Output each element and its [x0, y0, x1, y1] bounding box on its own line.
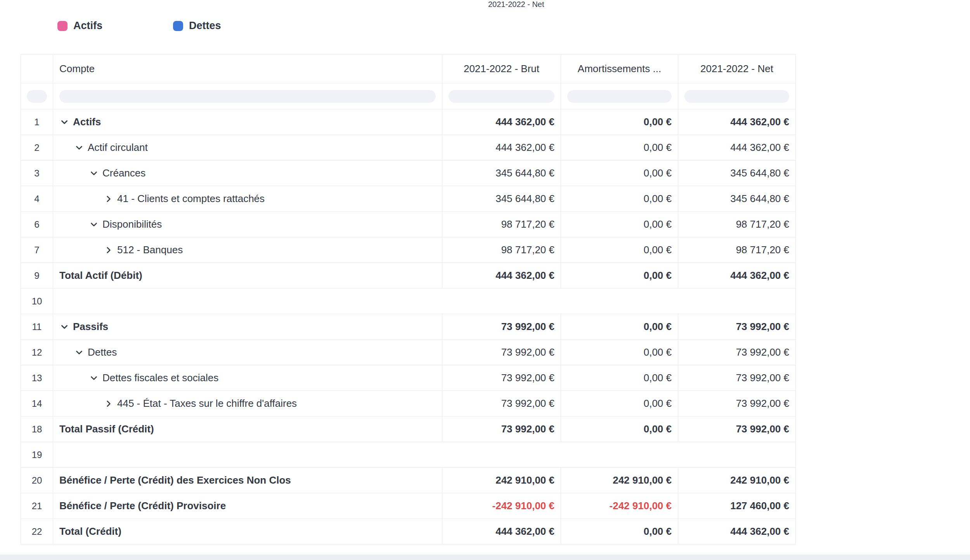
filter-row: [21, 83, 796, 109]
table-row-9[interactable]: 9Total Actif (Débit)444 362,00 €0,00 €44…: [21, 263, 796, 289]
row-number: 9: [21, 263, 53, 289]
legend-item-dettes[interactable]: Dettes: [173, 20, 221, 32]
chevron-down-icon[interactable]: [89, 373, 99, 383]
row-number: 19: [21, 442, 53, 468]
filter-input-amortissements[interactable]: [567, 90, 672, 103]
legend-label-dettes: Dettes: [189, 20, 221, 32]
amort-value-cell: 0,00 €: [561, 135, 678, 161]
table-row-11[interactable]: 11Passifs73 992,00 €0,00 €73 992,00 €: [21, 314, 796, 340]
net-value-cell: 98 717,20 €: [678, 212, 796, 237]
table-header-row: Compte 2021-2022 - Brut Amortissements .…: [21, 55, 796, 83]
brut-value-cell: 345 644,80 €: [442, 186, 561, 212]
chevron-down-icon[interactable]: [74, 143, 84, 153]
empty-row-cell: [53, 289, 796, 314]
table-row-19[interactable]: 19: [21, 442, 796, 468]
table-row-4[interactable]: 441 - Clients et comptes rattachés345 64…: [21, 186, 796, 212]
account-label: Total Actif (Débit): [59, 270, 142, 282]
amort-value-cell: 0,00 €: [561, 263, 678, 289]
app-page: 2021-2022 - Net Actifs Dettes Compte: [0, 0, 970, 560]
account-label: Passifs: [73, 321, 108, 333]
chevron-right-icon[interactable]: [104, 399, 114, 409]
table-row-1[interactable]: 1Actifs444 362,00 €0,00 €444 362,00 €: [21, 109, 796, 135]
horizontal-scrollbar-track[interactable]: [0, 555, 970, 560]
account-label: Bénéfice / Perte (Crédit) Provisoire: [59, 500, 226, 512]
account-cell: Actif circulant: [53, 135, 442, 161]
net-value-cell: 127 460,00 €: [678, 493, 796, 519]
header-net[interactable]: 2021-2022 - Net: [678, 55, 796, 83]
account-cell: Total (Crédit): [53, 519, 442, 544]
row-number: 18: [21, 417, 53, 442]
account-label: Dettes: [88, 346, 117, 358]
brut-value-cell: 444 362,00 €: [442, 135, 561, 161]
table-row-2[interactable]: 2Actif circulant444 362,00 €0,00 €444 36…: [21, 135, 796, 161]
brut-value-cell: 444 362,00 €: [442, 109, 561, 135]
chevron-down-icon[interactable]: [89, 168, 99, 178]
table-row-18[interactable]: 18Total Passif (Crédit)73 992,00 €0,00 €…: [21, 417, 796, 442]
chevron-down-icon[interactable]: [74, 347, 84, 358]
table-row-6[interactable]: 6Disponibilités98 717,20 €0,00 €98 717,2…: [21, 212, 796, 237]
filter-input-compte[interactable]: [59, 90, 436, 103]
row-number: 22: [21, 519, 53, 544]
account-label: Total (Crédit): [59, 525, 121, 538]
net-value-cell: 444 362,00 €: [678, 263, 796, 289]
table-row-7[interactable]: 7512 - Banques98 717,20 €0,00 €98 717,20…: [21, 237, 796, 263]
account-cell: Dettes fiscales et sociales: [53, 365, 442, 391]
legend-swatch-dettes-icon: [173, 21, 183, 31]
chevron-right-icon[interactable]: [104, 194, 114, 204]
row-number: 2: [21, 135, 53, 161]
row-number: 6: [21, 212, 53, 237]
chevron-down-icon[interactable]: [59, 117, 69, 127]
row-number: 7: [21, 237, 53, 263]
row-number: 20: [21, 468, 53, 493]
account-cell: Passifs: [53, 314, 442, 340]
row-number: 10: [21, 289, 53, 314]
table-row-3[interactable]: 3Créances345 644,80 €0,00 €345 644,80 €: [21, 161, 796, 186]
net-value-cell: 73 992,00 €: [678, 417, 796, 442]
table-row-20[interactable]: 20Bénéfice / Perte (Crédit) des Exercice…: [21, 468, 796, 493]
filter-net-cell: [678, 83, 796, 109]
account-label: Actif circulant: [88, 142, 148, 154]
brut-value-cell: 345 644,80 €: [442, 161, 561, 186]
brut-value-cell: 73 992,00 €: [442, 340, 561, 365]
account-cell: Bénéfice / Perte (Crédit) Provisoire: [53, 493, 442, 519]
amort-value-cell: 0,00 €: [561, 186, 678, 212]
amort-value-cell: 0,00 €: [561, 519, 678, 544]
table-row-10[interactable]: 10: [21, 289, 796, 314]
header-compte[interactable]: Compte: [53, 55, 442, 83]
filter-rownum-cell: [21, 83, 53, 109]
table-row-14[interactable]: 14445 - État - Taxes sur le chiffre d'af…: [21, 391, 796, 417]
chevron-down-icon[interactable]: [59, 322, 69, 332]
net-value-cell: 242 910,00 €: [678, 468, 796, 493]
amort-value-cell: 0,00 €: [561, 340, 678, 365]
brut-value-cell: 444 362,00 €: [442, 519, 561, 544]
filter-input-net[interactable]: [684, 90, 789, 103]
row-number: 13: [21, 365, 53, 391]
amort-value-cell: 0,00 €: [561, 314, 678, 340]
account-label: Actifs: [73, 116, 101, 128]
account-label: Total Passif (Crédit): [59, 423, 154, 435]
account-label: Disponibilités: [102, 218, 162, 230]
table-row-13[interactable]: 13Dettes fiscales et sociales73 992,00 €…: [21, 365, 796, 391]
legend-item-actifs[interactable]: Actifs: [57, 20, 102, 32]
header-amortissements[interactable]: Amortissements ...: [561, 55, 678, 83]
table-row-22[interactable]: 22Total (Crédit)444 362,00 €0,00 €444 36…: [21, 519, 796, 544]
table-row-12[interactable]: 12Dettes73 992,00 €0,00 €73 992,00 €: [21, 340, 796, 365]
net-value-cell: 73 992,00 €: [678, 391, 796, 417]
account-cell: Disponibilités: [53, 212, 442, 237]
header-brut[interactable]: 2021-2022 - Brut: [442, 55, 561, 83]
net-value-cell: 73 992,00 €: [678, 340, 796, 365]
brut-value-cell: -242 910,00 €: [442, 493, 561, 519]
net-value-cell: 73 992,00 €: [678, 314, 796, 340]
chevron-down-icon[interactable]: [89, 220, 99, 230]
filter-input-brut[interactable]: [449, 90, 554, 103]
row-number: 12: [21, 340, 53, 365]
filter-amortissements-cell: [561, 83, 678, 109]
filter-rownum-pill[interactable]: [27, 90, 47, 103]
chevron-right-icon[interactable]: [104, 245, 114, 255]
account-cell: 41 - Clients et comptes rattachés: [53, 186, 442, 212]
net-value-cell: 98 717,20 €: [678, 237, 796, 263]
row-number: 21: [21, 493, 53, 519]
row-number: 14: [21, 391, 53, 417]
table-row-21[interactable]: 21Bénéfice / Perte (Crédit) Provisoire-2…: [21, 493, 796, 519]
balance-table: Compte 2021-2022 - Brut Amortissements .…: [21, 54, 796, 544]
